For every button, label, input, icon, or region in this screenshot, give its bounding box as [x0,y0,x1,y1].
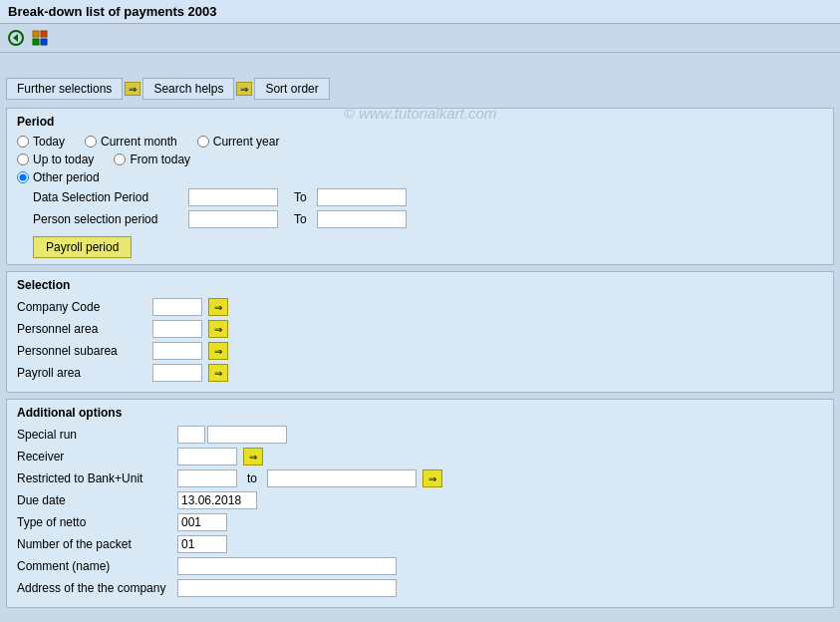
company-code-label: Company Code [17,300,146,314]
data-selection-label: Data Selection Period [33,190,182,204]
comment-input[interactable] [177,557,397,575]
further-selections-tab[interactable]: Further selections [6,78,123,100]
personnel-subarea-input[interactable] [152,342,202,360]
payroll-area-input[interactable] [152,364,202,382]
packet-number-label: Number of the packet [17,537,171,551]
data-to-label: To [294,190,307,204]
bank-unit-to-label: to [247,471,257,485]
search-helps-label: Search helps [153,82,223,96]
person-selection-label: Person selection period [33,212,182,226]
svg-rect-5 [41,39,47,45]
address-label: Address of the the company [17,581,171,595]
personnel-subarea-arrow[interactable]: ⇒ [208,342,228,360]
personnel-area-arrow[interactable]: ⇒ [208,320,228,338]
selection-title: Selection [17,278,823,292]
payroll-area-row: Payroll area ⇒ [17,364,823,382]
address-row: Address of the the company [17,579,823,597]
back-icon[interactable] [6,28,26,48]
receiver-label: Receiver [17,450,171,464]
svg-rect-3 [41,31,47,37]
bank-unit-label: Restricted to Bank+Unit [17,471,171,485]
page-title: Break-down list of payments 2003 [8,4,217,19]
payroll-area-arrow[interactable]: ⇒ [208,364,228,382]
sort-order-label: Sort order [265,82,318,96]
type-netto-label: Type of netto [17,515,171,529]
bank-unit-input1[interactable] [177,469,237,487]
bank-unit-row: Restricted to Bank+Unit to ⇒ [17,469,823,487]
payroll-period-button[interactable]: Payroll period [33,236,132,258]
personnel-subarea-row: Personnel subarea ⇒ [17,342,823,360]
radio-from-today[interactable]: From today [114,153,190,166]
type-netto-input[interactable] [177,513,227,531]
tab-arrow-2: ⇒ [236,82,252,96]
radio-current-month[interactable]: Current month [85,135,177,149]
personnel-area-input[interactable] [152,320,202,338]
svg-rect-4 [33,39,39,45]
address-input[interactable] [177,579,397,597]
search-helps-tab[interactable]: Search helps [142,78,234,100]
packet-number-input[interactable] [177,535,227,553]
further-selections-label: Further selections [17,82,112,96]
bank-unit-arrow[interactable]: ⇒ [422,469,442,487]
packet-number-row: Number of the packet [17,535,823,553]
sort-order-tab[interactable]: Sort order [254,78,329,100]
personnel-area-row: Personnel area ⇒ [17,320,823,338]
svg-marker-1 [13,34,18,42]
data-selection-from[interactable] [188,188,278,206]
person-to-label: To [294,212,307,226]
receiver-input[interactable] [177,448,237,466]
personnel-subarea-label: Personnel subarea [17,344,146,358]
personnel-area-label: Personnel area [17,322,146,336]
data-selection-to[interactable] [317,188,407,206]
due-date-label: Due date [17,493,171,507]
receiver-arrow[interactable]: ⇒ [243,448,263,466]
comment-row: Comment (name) [17,557,823,575]
due-date-row: Due date [17,491,823,509]
tab-arrow-1: ⇒ [125,82,140,96]
svg-rect-2 [33,31,39,37]
grid-icon[interactable] [30,28,50,48]
person-selection-to[interactable] [317,210,407,228]
tab-bar: Further selections ⇒ Search helps ⇒ Sort… [0,74,840,104]
type-netto-row: Type of netto [17,513,823,531]
special-run-label: Special run [17,428,171,442]
radio-today[interactable]: Today [17,135,65,149]
company-code-row: Company Code ⇒ [17,298,823,316]
company-code-arrow[interactable]: ⇒ [208,298,228,316]
title-bar: Break-down list of payments 2003 [0,0,840,24]
comment-label: Comment (name) [17,559,171,573]
special-run-row: Special run [17,426,823,444]
period-section: Period Today Current month Current year … [6,108,834,265]
company-code-input[interactable] [152,298,202,316]
radio-up-to-today[interactable]: Up to today [17,153,94,166]
additional-title: Additional options [17,406,823,420]
radio-other-period[interactable]: Other period [17,170,100,184]
person-selection-from[interactable] [188,210,278,228]
due-date-input[interactable] [177,491,257,509]
selection-section: Selection Company Code ⇒ Personnel area … [6,271,834,393]
payroll-area-label: Payroll area [17,366,146,380]
additional-section: Additional options Special run Receiver … [6,399,834,608]
receiver-row: Receiver ⇒ [17,448,823,466]
special-run-input2[interactable] [207,426,287,444]
special-run-input1[interactable] [177,426,205,444]
radio-current-year[interactable]: Current year [197,135,280,149]
period-title: Period [17,115,823,129]
toolbar [0,24,840,53]
bank-unit-input2[interactable] [267,469,417,487]
